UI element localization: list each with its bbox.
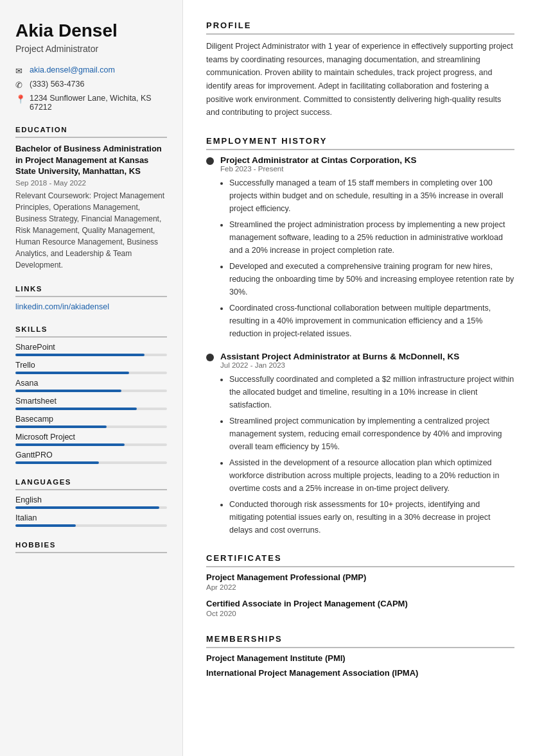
- job-title: Project Administrator at Cintas Corporat…: [220, 155, 417, 165]
- language-name: English: [15, 495, 167, 504]
- languages-list: English Italian: [15, 495, 167, 527]
- language-bar-fill: [15, 506, 159, 509]
- job-title: Assistant Project Administrator at Burns…: [220, 352, 459, 361]
- hobbies-section: Hobbies: [15, 541, 167, 553]
- memberships-list: Project Management Institute (PMI)Intern…: [206, 653, 514, 678]
- cert-name: Certified Associate in Project Managemen…: [206, 599, 514, 608]
- language-item: Italian: [15, 513, 167, 527]
- job-header: Project Administrator at Cintas Corporat…: [206, 155, 514, 165]
- skill-item: Smartsheet: [15, 397, 167, 410]
- skill-name: Asana: [15, 379, 167, 388]
- skill-name: GanttPRO: [15, 451, 167, 460]
- job-bullet: Conducted thorough risk assessments for …: [229, 498, 514, 537]
- profile-heading: Profile: [206, 21, 514, 35]
- skill-bar-fill: [15, 390, 121, 392]
- skill-bar-bg: [15, 354, 167, 356]
- job-bullet: Streamlined project communication by imp…: [229, 415, 514, 453]
- memberships-section: Memberships Project Management Institute…: [206, 634, 514, 678]
- job-dates: Feb 2023 - Present: [220, 165, 514, 173]
- address-text: 1234 Sunflower Lane, Wichita, KS 67212: [30, 94, 167, 112]
- job-item: Assistant Project Administrator at Burns…: [206, 352, 514, 537]
- education-heading: Education: [15, 126, 167, 138]
- edu-dates: Sep 2018 - May 2022: [15, 179, 167, 187]
- edu-degree: Bachelor of Business Administration in P…: [15, 143, 167, 177]
- skills-section: Skills SharePoint Trello Asana Smartshee…: [15, 325, 167, 464]
- skills-heading: Skills: [15, 325, 167, 338]
- email-icon: ✉: [15, 66, 24, 76]
- contact-email-item: ✉ akia.densel@gmail.com: [15, 65, 167, 76]
- job-bullet: Assisted in the development of a resourc…: [229, 456, 514, 495]
- main-content: Profile Diligent Project Administrator w…: [183, 0, 535, 756]
- contact-address-item: 📍 1234 Sunflower Lane, Wichita, KS 67212: [15, 94, 167, 112]
- skill-name: Basecamp: [15, 415, 167, 424]
- job-dot: [206, 157, 214, 165]
- language-bar-bg: [15, 524, 167, 527]
- linkedin-link[interactable]: linkedin.com/in/akiadensel: [15, 302, 167, 311]
- job-bullets: Successfully managed a team of 15 staff …: [220, 176, 514, 340]
- language-name: Italian: [15, 513, 167, 522]
- job-dates: Jul 2022 - Jan 2023: [220, 361, 514, 369]
- language-bar-bg: [15, 506, 167, 509]
- skill-item: Microsoft Project: [15, 433, 167, 446]
- skill-bar-fill: [15, 372, 129, 374]
- phone-icon: ✆: [15, 80, 24, 90]
- cert-item: Project Management Professional (PMP) Ap…: [206, 572, 514, 591]
- skills-list: SharePoint Trello Asana Smartsheet Basec…: [15, 343, 167, 464]
- candidate-name: Akia Densel: [15, 21, 167, 41]
- cert-date: Apr 2022: [206, 583, 514, 591]
- candidate-title: Project Administrator: [15, 44, 167, 54]
- job-bullets: Successfully coordinated and completed a…: [220, 373, 514, 537]
- jobs-list: Project Administrator at Cintas Corporat…: [206, 155, 514, 537]
- languages-heading: Languages: [15, 478, 167, 490]
- contact-phone-item: ✆ (333) 563-4736: [15, 80, 167, 90]
- links-section: Links linkedin.com/in/akiadensel: [15, 285, 167, 311]
- skill-bar-bg: [15, 390, 167, 392]
- job-bullet: Coordinated cross-functional collaborati…: [229, 302, 514, 340]
- hobbies-heading: Hobbies: [15, 541, 167, 553]
- skill-item: Trello: [15, 361, 167, 374]
- job-header: Assistant Project Administrator at Burns…: [206, 352, 514, 361]
- skill-item: SharePoint: [15, 343, 167, 356]
- employment-heading: Employment History: [206, 136, 514, 150]
- skill-name: Microsoft Project: [15, 433, 167, 442]
- certificates-section: Certificates Project Management Professi…: [206, 553, 514, 617]
- cert-name: Project Management Professional (PMP): [206, 572, 514, 582]
- skill-item: Asana: [15, 379, 167, 392]
- certs-list: Project Management Professional (PMP) Ap…: [206, 572, 514, 617]
- skill-bar-fill: [15, 408, 137, 410]
- profile-text: Diligent Project Administrator with 1 ye…: [206, 40, 514, 119]
- education-section: Education Bachelor of Business Administr…: [15, 126, 167, 271]
- skill-name: Smartsheet: [15, 397, 167, 406]
- language-item: English: [15, 495, 167, 509]
- email-link[interactable]: akia.densel@gmail.com: [30, 65, 115, 74]
- skill-bar-bg: [15, 461, 167, 464]
- memberships-heading: Memberships: [206, 634, 514, 648]
- skill-bar-bg: [15, 443, 167, 446]
- skill-bar-bg: [15, 372, 167, 374]
- cert-item: Certified Associate in Project Managemen…: [206, 599, 514, 617]
- location-icon: 📍: [15, 94, 24, 104]
- skill-bar-bg: [15, 425, 167, 428]
- skill-item: Basecamp: [15, 415, 167, 428]
- membership-item: Project Management Institute (PMI): [206, 653, 514, 663]
- skill-bar-fill: [15, 461, 99, 464]
- skill-name: SharePoint: [15, 343, 167, 352]
- job-item: Project Administrator at Cintas Corporat…: [206, 155, 514, 340]
- language-bar-fill: [15, 524, 76, 527]
- cert-date: Oct 2020: [206, 610, 514, 617]
- job-bullet: Developed and executed a comprehensive t…: [229, 260, 514, 298]
- employment-section: Employment History Project Administrator…: [206, 136, 514, 537]
- membership-item: International Project Management Associa…: [206, 668, 514, 678]
- contact-list: ✉ akia.densel@gmail.com ✆ (333) 563-4736…: [15, 65, 167, 112]
- skill-bar-fill: [15, 443, 125, 446]
- sidebar: Akia Densel Project Administrator ✉ akia…: [0, 0, 183, 756]
- phone-text: (333) 563-4736: [30, 80, 84, 89]
- skill-bar-fill: [15, 425, 107, 428]
- skill-item: GanttPRO: [15, 451, 167, 464]
- profile-section: Profile Diligent Project Administrator w…: [206, 21, 514, 119]
- links-heading: Links: [15, 285, 167, 297]
- edu-coursework: Relevant Coursework: Project Management …: [15, 190, 167, 271]
- job-bullet: Successfully managed a team of 15 staff …: [229, 176, 514, 215]
- skill-name: Trello: [15, 361, 167, 370]
- languages-section: Languages English Italian: [15, 478, 167, 527]
